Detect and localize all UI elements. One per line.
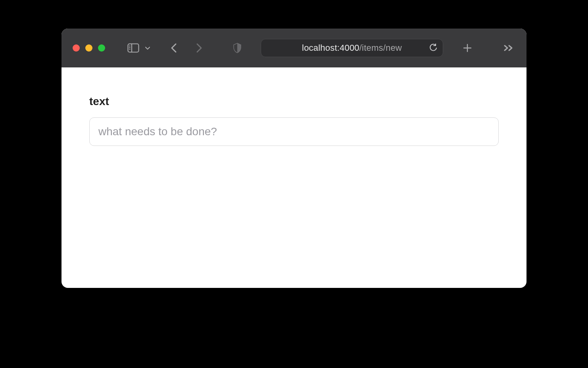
url-host: localhost:4000 [302, 43, 359, 53]
url-path: /items/new [359, 43, 402, 53]
minimize-window-button[interactable] [85, 44, 92, 52]
new-tab-icon[interactable] [461, 41, 474, 55]
browser-window: localhost:4000/items/new [61, 29, 527, 288]
page-content: text [61, 67, 527, 174]
text-field-label: text [89, 95, 499, 108]
maximize-window-button[interactable] [98, 44, 105, 52]
browser-toolbar: localhost:4000/items/new [61, 29, 527, 67]
sidebar-toggle-icon[interactable] [127, 41, 140, 55]
privacy-shield-icon[interactable] [231, 41, 244, 55]
window-controls [73, 44, 105, 52]
todo-text-input[interactable] [89, 117, 499, 146]
reload-icon[interactable] [429, 44, 437, 52]
back-button-icon[interactable] [167, 41, 181, 55]
address-bar[interactable]: localhost:4000/items/new [261, 39, 443, 57]
forward-button-icon[interactable] [192, 41, 206, 55]
close-window-button[interactable] [73, 44, 80, 52]
url-text: localhost:4000/items/new [302, 43, 402, 53]
tab-group-dropdown-icon[interactable] [141, 41, 154, 55]
overflow-menu-icon[interactable] [502, 41, 515, 55]
